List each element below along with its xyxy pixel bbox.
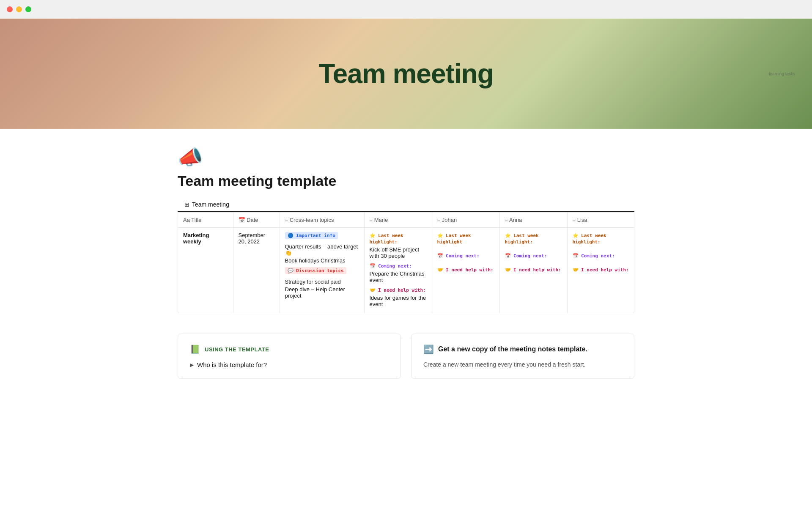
page-title: Team meeting template — [178, 173, 634, 189]
close-button[interactable] — [7, 6, 13, 12]
tab-label: Team meeting — [192, 201, 229, 208]
using-template-card: 📗 USING THE TEMPLATE ▶ Who is this templ… — [178, 334, 401, 379]
megaphone-icon: 📣 — [178, 146, 203, 169]
cell-cross-team: 🔵 Important info Quarter results – above… — [280, 228, 364, 313]
hero-logo: learning tasks — [769, 72, 812, 76]
book-icon: 📗 — [190, 344, 200, 354]
tab-team-meeting[interactable]: ⊞ Team meeting — [178, 198, 236, 212]
col-header-johan: ≡ Johan — [432, 213, 499, 228]
megaphone-area: 📣 — [178, 146, 634, 169]
maximize-button[interactable] — [25, 6, 31, 12]
cross-line-1: Quarter results – above target 👏 — [285, 243, 359, 256]
johan-highlight-label: ⭐ Last week highlight — [437, 233, 471, 245]
cross-line-2: Book holidays Christmas — [285, 257, 359, 264]
marie-help-text: Ideas for games for the event — [370, 295, 427, 307]
table-icon: ⊞ — [184, 201, 189, 208]
accordion-who-is-template[interactable]: ▶ Who is this template for? — [190, 361, 389, 368]
tab-bar: ⊞ Team meeting — [178, 198, 634, 212]
important-tag: 🔵 Important info — [285, 232, 338, 239]
hero-banner: Team meeting learning tasks — [0, 19, 812, 129]
anna-help-label: 🤝 I need help with: — [505, 267, 561, 273]
using-template-header: 📗 USING THE TEMPLATE — [190, 344, 389, 354]
lisa-coming-label: 📅 Coming next: — [573, 253, 615, 259]
anna-coming-label: 📅 Coming next: — [505, 253, 547, 259]
date-col-icon: 📅 — [239, 217, 245, 223]
cell-title: Marketing weekly — [178, 228, 233, 313]
page-content: 📣 Team meeting template ⊞ Team meeting A… — [152, 129, 660, 404]
johan-help-label: 🤝 I need help with: — [437, 267, 494, 273]
meeting-table: Aa Title 📅 Date ≡ Cross-team topics ≡ Ma… — [178, 213, 634, 313]
discussion-line-2: Deep dive – Help Center project — [285, 286, 359, 299]
cell-date: September 20, 2022 — [233, 228, 280, 313]
lisa-help-label: 🤝 I need help with: — [573, 267, 629, 273]
marie-help-label: 🤝 I need help with: — [370, 287, 426, 293]
new-copy-title: Get a new copy of the meeting notes temp… — [438, 345, 587, 353]
new-copy-card: ➡️ Get a new copy of the meeting notes t… — [411, 334, 634, 379]
using-template-title: USING THE TEMPLATE — [205, 346, 269, 353]
accordion-label: Who is this template for? — [197, 361, 267, 368]
johan-coming-label: 📅 Coming next: — [437, 253, 480, 259]
discussion-tag: 💬 Discussion topics — [285, 267, 346, 274]
table-header-row: Aa Title 📅 Date ≡ Cross-team topics ≡ Ma… — [178, 213, 634, 228]
col-header-date: 📅 Date — [233, 213, 280, 228]
marie-coming-text: Prepare the Christmas event — [370, 271, 427, 283]
col-header-marie: ≡ Marie — [364, 213, 432, 228]
meeting-table-wrapper: Aa Title 📅 Date ≡ Cross-team topics ≡ Ma… — [178, 212, 634, 313]
arrow-right-icon: ➡️ — [423, 344, 434, 354]
cross-col-icon: ≡ — [285, 217, 288, 223]
cell-marie: ⭐ Last week highlight: Kick-off SME proj… — [364, 228, 432, 313]
cell-johan: ⭐ Last week highlight 📅 Coming next: 🤝 I… — [432, 228, 499, 313]
col-header-cross: ≡ Cross-team topics — [280, 213, 364, 228]
discussion-line-1: Strategy for social paid — [285, 279, 359, 285]
table-row: Marketing weekly September 20, 2022 🔵 Im… — [178, 228, 634, 313]
new-copy-subtitle: Create a new team meeting every time you… — [423, 361, 622, 368]
accordion-arrow-icon: ▶ — [190, 362, 194, 368]
title-col-icon: Aa — [183, 217, 190, 223]
minimize-button[interactable] — [16, 6, 22, 12]
marie-col-icon: ≡ — [370, 217, 373, 223]
cell-lisa: ⭐ Last week highlight: 📅 Coming next: 🤝 … — [567, 228, 634, 313]
anna-highlight-label: ⭐ Last week highlight: — [505, 233, 539, 245]
titlebar — [0, 0, 812, 19]
anna-col-icon: ≡ — [505, 217, 508, 223]
col-header-lisa: ≡ Lisa — [567, 213, 634, 228]
lisa-highlight-label: ⭐ Last week highlight: — [573, 233, 606, 245]
marie-highlight-label: ⭐ Last week highlight: — [370, 233, 403, 245]
lisa-col-icon: ≡ — [573, 217, 576, 223]
johan-col-icon: ≡ — [437, 217, 441, 223]
new-copy-header: ➡️ Get a new copy of the meeting notes t… — [423, 344, 622, 354]
col-header-title: Aa Title — [178, 213, 233, 228]
bottom-cards: 📗 USING THE TEMPLATE ▶ Who is this templ… — [178, 334, 634, 379]
marie-highlight-text: Kick-off SME project with 30 people — [370, 246, 427, 259]
hero-title: Team meeting — [318, 58, 494, 89]
col-header-anna: ≡ Anna — [499, 213, 567, 228]
cell-anna: ⭐ Last week highlight: 📅 Coming next: 🤝 … — [499, 228, 567, 313]
marie-coming-label: 📅 Coming next: — [370, 263, 412, 269]
